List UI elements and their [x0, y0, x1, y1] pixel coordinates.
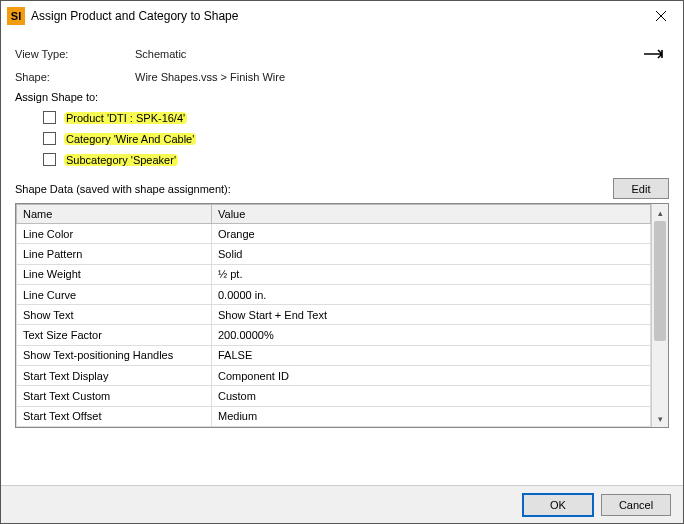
table-cell-value: 200.0000% [212, 325, 651, 345]
ok-button[interactable]: OK [523, 494, 593, 516]
scroll-up-button[interactable]: ▴ [652, 204, 668, 221]
close-icon [656, 11, 666, 21]
view-type-value: Schematic [135, 48, 643, 60]
product-label: Product 'DTI : SPK-16/4' [64, 112, 187, 124]
table-row[interactable]: Line Weight½ pt. [17, 264, 651, 284]
table-cell-value: Component ID [212, 366, 651, 386]
table-cell-name: Text Size Factor [17, 325, 212, 345]
col-header-value[interactable]: Value [212, 205, 651, 224]
scroll-thumb[interactable] [654, 221, 666, 341]
table-row[interactable]: Line Curve0.0000 in. [17, 284, 651, 304]
cancel-button[interactable]: Cancel [601, 494, 671, 516]
table-cell-value: FALSE [212, 345, 651, 365]
shape-label: Shape: [15, 71, 135, 83]
subcategory-checkbox[interactable] [43, 153, 56, 166]
edit-button[interactable]: Edit [613, 178, 669, 199]
table-row[interactable]: Text Size Factor200.0000% [17, 325, 651, 345]
category-checkbox[interactable] [43, 132, 56, 145]
category-label: Category 'Wire And Cable' [64, 133, 196, 145]
table-cell-value: Orange [212, 224, 651, 244]
table-cell-value: ½ pt. [212, 264, 651, 284]
table-cell-value: 0.0000 in. [212, 284, 651, 304]
table-header-row: Name Value [17, 205, 651, 224]
shape-data-table-wrap: Name Value Line ColorOrangeLine PatternS… [15, 203, 669, 428]
table-row[interactable]: Line ColorOrange [17, 224, 651, 244]
table-cell-name: Show Text-positioning Handles [17, 345, 212, 365]
titlebar: SI Assign Product and Category to Shape [1, 1, 683, 31]
subcategory-label: Subcategory 'Speaker' [64, 154, 178, 166]
table-cell-name: Start Text Display [17, 366, 212, 386]
table-cell-name: Line Weight [17, 264, 212, 284]
table-cell-name: Start Text Custom [17, 386, 212, 406]
table-cell-value: Show Start + End Text [212, 305, 651, 325]
scroll-down-button[interactable]: ▾ [652, 410, 668, 427]
shape-value: Wire Shapes.vss > Finish Wire [135, 71, 669, 83]
view-type-row: View Type: Schematic [15, 45, 669, 63]
table-cell-name: Line Color [17, 224, 212, 244]
table-cell-name: Line Curve [17, 284, 212, 304]
arrow-right-icon[interactable] [643, 45, 669, 63]
close-button[interactable] [639, 1, 683, 31]
assign-shape-label: Assign Shape to: [15, 91, 669, 103]
shape-data-header: Shape Data (saved with shape assignment)… [15, 178, 669, 199]
table-row[interactable]: Start Text DisplayComponent ID [17, 366, 651, 386]
table-row[interactable]: Show TextShow Start + End Text [17, 305, 651, 325]
shape-data-table: Name Value Line ColorOrangeLine PatternS… [16, 204, 651, 427]
table-row[interactable]: Start Text OffsetMedium [17, 406, 651, 426]
table-row[interactable]: Show Text-positioning HandlesFALSE [17, 345, 651, 365]
table-row[interactable]: Start Text CustomCustom [17, 386, 651, 406]
shape-data-label: Shape Data (saved with shape assignment)… [15, 183, 613, 195]
shape-row: Shape: Wire Shapes.vss > Finish Wire [15, 71, 669, 83]
table-cell-name: Line Pattern [17, 244, 212, 264]
table-cell-value: Custom [212, 386, 651, 406]
category-checkbox-row: Category 'Wire And Cable' [43, 132, 669, 145]
col-header-name[interactable]: Name [17, 205, 212, 224]
product-checkbox-row: Product 'DTI : SPK-16/4' [43, 111, 669, 124]
dialog-footer: OK Cancel [1, 485, 683, 523]
dialog-content: View Type: Schematic Shape: Wire Shapes.… [1, 31, 683, 438]
table-row[interactable]: Line PatternSolid [17, 244, 651, 264]
scrollbar[interactable]: ▴ ▾ [651, 204, 668, 427]
table-cell-name: Show Text [17, 305, 212, 325]
table-cell-value: Medium [212, 406, 651, 426]
subcategory-checkbox-row: Subcategory 'Speaker' [43, 153, 669, 166]
table-cell-name: Start Text Offset [17, 406, 212, 426]
window-title: Assign Product and Category to Shape [31, 9, 639, 23]
product-checkbox[interactable] [43, 111, 56, 124]
view-type-label: View Type: [15, 48, 135, 60]
app-icon: SI [7, 7, 25, 25]
table-cell-value: Solid [212, 244, 651, 264]
